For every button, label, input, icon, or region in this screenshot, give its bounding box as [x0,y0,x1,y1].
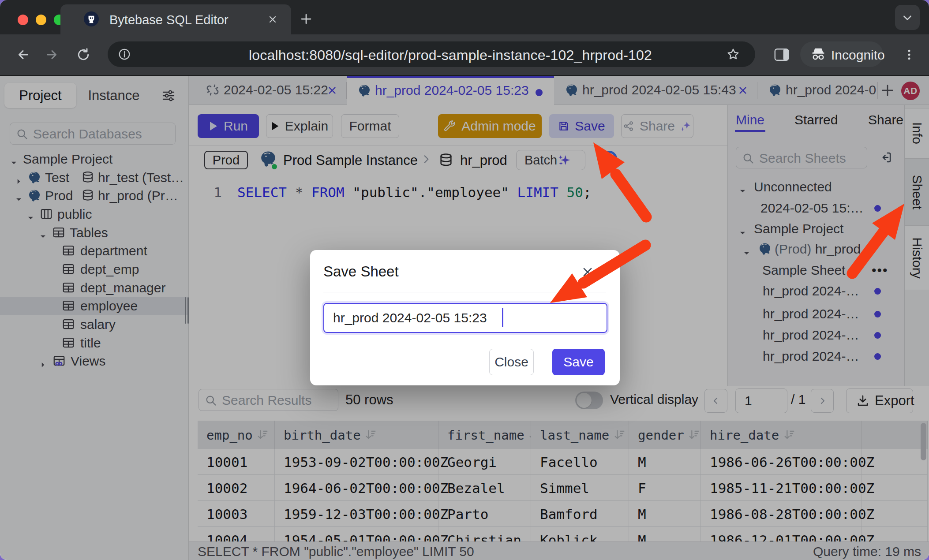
incognito-label: Incognito [831,48,885,63]
side-panel-icon[interactable] [772,45,791,64]
save-sheet-dialog: Save Sheet hr_prod 2024-02-05 15:23 Clos… [310,250,620,385]
browser-chrome: Bytebase SQL Editor [0,0,929,76]
new-tab-button[interactable] [296,9,316,29]
dialog-close-button[interactable]: Close [489,349,534,375]
sheet-name-value: hr_prod 2024-02-05 15:23 [333,310,487,325]
reload-icon[interactable] [75,46,92,63]
url-text: localhost:8080/sql-editor/prod-sample-in… [249,47,652,63]
back-icon[interactable] [15,46,31,63]
dialog-close-icon[interactable] [581,266,594,278]
macos-close-button[interactable] [18,15,28,25]
address-bar[interactable]: localhost:8080/sql-editor/prod-sample-in… [108,41,755,67]
browser-toolbar: localhost:8080/sql-editor/prod-sample-in… [0,34,929,75]
browser-tab-close-icon[interactable] [265,12,280,27]
browser-tab-title: Bytebase SQL Editor [109,13,229,27]
sheet-name-input[interactable]: hr_prod 2024-02-05 15:23 [323,303,607,333]
text-caret [502,308,503,327]
site-info-icon[interactable] [116,46,132,62]
macos-minimize-button[interactable] [36,15,46,25]
incognito-badge[interactable]: Incognito [800,41,883,67]
dialog-save-button[interactable]: Save [552,349,605,375]
browser-tab[interactable]: Bytebase SQL Editor [60,4,291,34]
bytebase-favicon [84,11,99,26]
tab-search-chevron-button[interactable] [895,5,920,30]
bookmark-star-icon[interactable] [724,45,742,63]
browser-menu-icon[interactable] [900,45,918,64]
forward-icon[interactable] [44,46,60,63]
browser-window: Bytebase SQL Editor [0,0,929,560]
dialog-title: Save Sheet [323,263,399,280]
